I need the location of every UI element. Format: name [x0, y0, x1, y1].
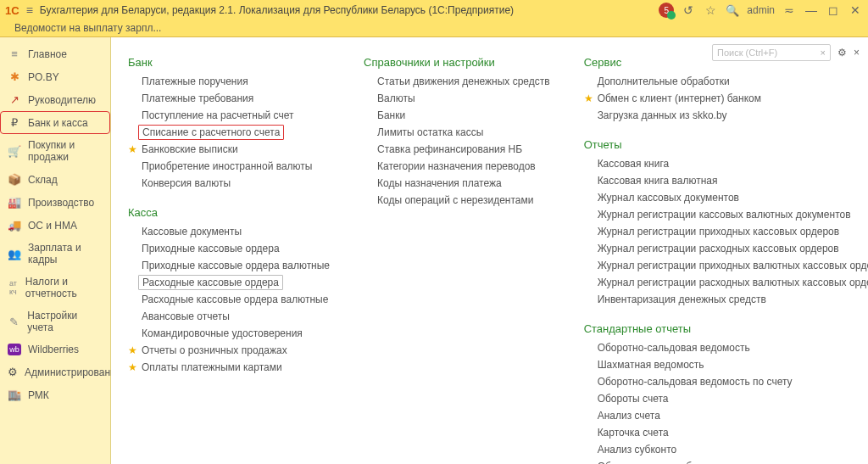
link-incoming-cash[interactable]: Приходные кассовые ордера: [128, 241, 330, 256]
minimize-icon[interactable]: —: [804, 3, 819, 17]
store-icon: 🏬: [8, 389, 21, 401]
sidebar-item-main[interactable]: ≡Главное: [0, 42, 110, 65]
sidebar-item-assets[interactable]: 🚚ОС и НМА: [0, 214, 110, 237]
sidebar-item-poby[interactable]: ✱PO.BY: [0, 65, 110, 88]
link-refinance-rate[interactable]: Ставка рефинансирования НБ: [364, 142, 550, 157]
link-subconto-analysis[interactable]: Анализ субконто: [584, 442, 868, 457]
link-outgoing-cash-fx[interactable]: Расходные кассовые ордера валютные: [128, 292, 330, 307]
link-skko-import[interactable]: Загрузка данных из skko.by: [584, 108, 868, 123]
sidebar: ≡Главное ✱PO.BY ↗Руководителю ₽Банк и ка…: [0, 37, 111, 464]
main-icon: ≡: [8, 48, 21, 60]
sidebar-item-bank[interactable]: ₽Банк и касса: [0, 111, 110, 134]
link-currencies[interactable]: Валюты: [364, 91, 550, 106]
sidebar-item-production[interactable]: 🏭Производство: [0, 191, 110, 214]
link-cashbook[interactable]: Кассовая книга: [584, 156, 868, 171]
link-incoming-cash-fx[interactable]: Приходные кассовые ордера валютные: [128, 258, 330, 273]
history-icon[interactable]: ↺: [681, 3, 696, 17]
link-outgoing-cash[interactable]: Расходные кассовые ордера: [138, 275, 283, 290]
topbar: 1C ≡ Бухгалтерия для Беларуси, редакция …: [0, 0, 868, 20]
link-trial-balance-acct[interactable]: Оборотно-сальдовая ведомость по счету: [584, 374, 868, 389]
link-banks[interactable]: Банки: [364, 108, 550, 123]
sidebar-item-sales[interactable]: 🛒Покупки и продажи: [0, 134, 110, 168]
tabbar: Ведомости на выплату зарпл...: [0, 20, 868, 37]
poby-icon: ✱: [8, 70, 21, 83]
link-bank-exchange[interactable]: ★Обмен с клиент (интернет) банком: [584, 91, 868, 106]
link-account-turnover[interactable]: Обороты счета: [584, 391, 868, 406]
clear-search-icon[interactable]: ×: [821, 48, 826, 58]
link-card-payments[interactable]: ★Оплаты платежными картами: [128, 360, 330, 375]
logo-1c: 1C: [5, 4, 19, 17]
group-bank: Банк: [128, 56, 330, 69]
manager-icon: ↗: [8, 93, 21, 106]
link-payment-codes[interactable]: Коды назначения платежа: [364, 176, 550, 191]
truck-icon: 🚚: [8, 219, 21, 232]
link-subconto-turnover[interactable]: Обороты между субконто: [584, 459, 868, 464]
sidebar-item-hr[interactable]: 👥Зарплата и кадры: [0, 237, 110, 271]
link-trial-balance[interactable]: Оборотно-сальдовая ведомость: [584, 340, 868, 355]
link-bank-statements[interactable]: ★Банковские выписки: [128, 142, 330, 157]
link-cashbook-fx[interactable]: Кассовая книга валютная: [584, 173, 868, 188]
tax-icon: аткч: [8, 279, 19, 296]
link-convert-currency[interactable]: Конверсия валюты: [128, 176, 330, 191]
bank-icon: ₽: [8, 116, 21, 129]
filter-icon[interactable]: ≂: [782, 3, 797, 17]
link-account-analysis[interactable]: Анализ счета: [584, 408, 868, 423]
search-placeholder: Поиск (Ctrl+F): [717, 48, 777, 58]
link-transfer-categories[interactable]: Категории назначения переводов: [364, 159, 550, 174]
link-cash-journal[interactable]: Журнал кассовых документов: [584, 190, 868, 205]
link-outgoing-journal[interactable]: Журнал регистрации расходных кассовых ор…: [584, 241, 868, 256]
panel-settings-icon[interactable]: ⚙: [837, 47, 847, 59]
pencil-icon: ✎: [8, 316, 20, 328]
link-chess-report[interactable]: Шахматная ведомость: [584, 357, 868, 372]
column-service-reports: Сервис Дополнительные обработки ★Обмен с…: [584, 53, 868, 464]
link-cash-limits[interactable]: Лимиты остатка кассы: [364, 125, 550, 140]
sidebar-item-admin[interactable]: ⚙Администрирование: [0, 361, 110, 383]
link-extra-processing[interactable]: Дополнительные обработки: [584, 74, 868, 89]
factory-icon: 🏭: [8, 196, 21, 209]
link-advance-reports[interactable]: Авансовые отчеты: [128, 309, 330, 324]
wb-icon: wb: [8, 344, 21, 355]
link-payment-orders[interactable]: Платежные поручения: [128, 74, 330, 89]
panel-close-icon[interactable]: ×: [854, 47, 860, 59]
sidebar-item-rmk[interactable]: 🏬РМК: [0, 383, 110, 406]
sidebar-item-settings[interactable]: ✎Настройки учета: [0, 305, 110, 338]
link-nonresident-codes[interactable]: Коды операций с нерезидентами: [364, 193, 550, 208]
link-incoming-account[interactable]: Поступление на расчетный счет: [128, 108, 330, 123]
link-payment-demands[interactable]: Платежные требования: [128, 91, 330, 106]
link-cashflow-items[interactable]: Статьи движения денежных средств: [364, 74, 550, 89]
tab-payroll[interactable]: Ведомости на выплату зарпл...: [7, 20, 169, 36]
sidebar-item-taxes[interactable]: аткчНалоги и отчетность: [0, 271, 110, 305]
user-label[interactable]: admin: [747, 4, 775, 16]
link-retail-reports[interactable]: ★Отчеты о розничных продажах: [128, 343, 330, 358]
link-cash-docs[interactable]: Кассовые документы: [128, 224, 330, 239]
link-fx-cash-journal[interactable]: Журнал регистрации кассовых валютных док…: [584, 207, 868, 222]
people-icon: 👥: [8, 248, 21, 260]
link-writeoff-account[interactable]: Списание с расчетного счета: [138, 125, 284, 140]
group-refs: Справочники и настройки: [364, 56, 550, 69]
gear-icon: ⚙: [8, 366, 18, 378]
group-std-reports: Стандартные отчеты: [584, 322, 868, 335]
cart-icon: 🛒: [8, 145, 21, 158]
search-input[interactable]: Поиск (Ctrl+F) ×: [712, 44, 831, 61]
menu-icon[interactable]: ≡: [26, 3, 33, 17]
maximize-icon[interactable]: ◻: [826, 3, 841, 17]
link-incoming-journal[interactable]: Журнал регистрации приходных кассовых ор…: [584, 224, 868, 239]
app-title: Бухгалтерия для Беларуси, редакция 2.1. …: [40, 4, 514, 16]
star-icon: ★: [128, 143, 137, 155]
sidebar-item-warehouse[interactable]: 📦Склад: [0, 168, 110, 191]
search-icon[interactable]: 🔍: [725, 4, 740, 17]
favorites-icon[interactable]: ☆: [703, 3, 718, 17]
sidebar-item-manager[interactable]: ↗Руководителю: [0, 88, 110, 111]
link-buy-currency[interactable]: Приобретение иностранной валюты: [128, 159, 330, 174]
link-cash-inventory[interactable]: Инвентаризация денежных средств: [584, 292, 868, 307]
group-kassa: Касса: [128, 206, 330, 219]
notifications-icon[interactable]: 5: [659, 3, 674, 19]
sidebar-item-wildberries[interactable]: wbWildberries: [0, 338, 110, 361]
link-outgoing-fx-journal[interactable]: Журнал регистрации расходных валютных ка…: [584, 275, 868, 290]
link-account-card[interactable]: Карточка счета: [584, 425, 868, 440]
link-travel-certs[interactable]: Командировочные удостоверения: [128, 326, 330, 341]
close-icon[interactable]: ✕: [848, 3, 863, 17]
column-refs: Справочники и настройки Статьи движения …: [364, 53, 550, 464]
link-incoming-fx-journal[interactable]: Журнал регистрации приходных валютных ка…: [584, 258, 868, 273]
box-icon: 📦: [8, 173, 21, 186]
